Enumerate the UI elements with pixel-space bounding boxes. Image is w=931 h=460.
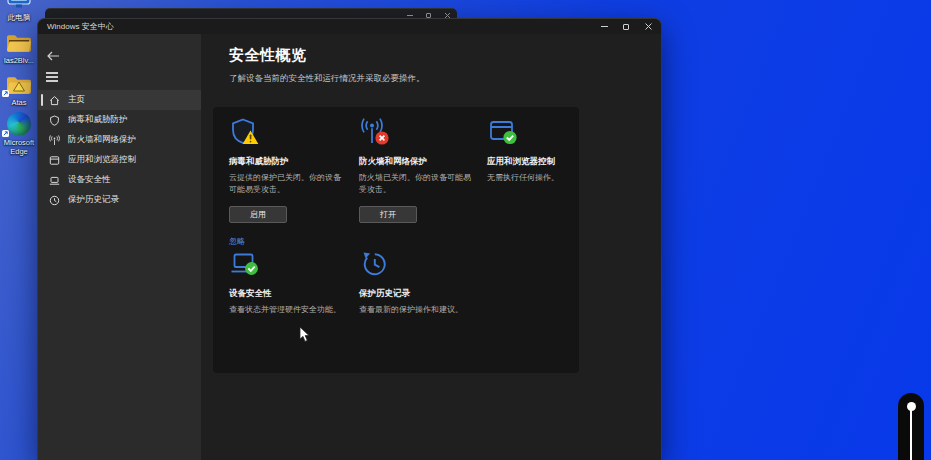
desktop-icon-edge[interactable]: Microsoft Edge bbox=[0, 112, 38, 157]
sidebar-item-app-browser-control[interactable]: 应用和浏览器控制 bbox=[38, 150, 201, 170]
desktop-icon-label: las2Blv... bbox=[0, 56, 38, 65]
page-title: 安全性概览 bbox=[229, 46, 307, 65]
edge-logo-icon bbox=[0, 112, 38, 136]
dismiss-link[interactable]: 忽略 bbox=[229, 236, 245, 247]
device-ok-icon bbox=[229, 249, 261, 279]
sidebar-item-protection-history[interactable]: 保护历史记录 bbox=[38, 190, 201, 210]
tile-description: 查看最新的保护操作和建议。 bbox=[359, 304, 471, 316]
maximize-icon[interactable] bbox=[426, 13, 431, 18]
folder-shortcut-icon bbox=[0, 74, 38, 96]
tile-title: 保护历史记录 bbox=[359, 288, 477, 300]
app-window-icon bbox=[49, 155, 60, 166]
maximize-button[interactable] bbox=[615, 19, 637, 34]
page-subtitle: 了解设备当前的安全性和运行情况并采取必要操作。 bbox=[229, 73, 425, 85]
back-icon[interactable] bbox=[46, 50, 60, 62]
main-content: 安全性概览 了解设备当前的安全性和运行情况并采取必要操作。 病毒和威胁防护 云提… bbox=[201, 34, 661, 460]
sidebar-item-device-security[interactable]: 设备安全性 bbox=[38, 170, 201, 190]
history-icon bbox=[359, 249, 391, 279]
turn-on-button[interactable]: 打开 bbox=[359, 206, 417, 223]
sidebar-item-label: 病毒和威胁防护 bbox=[68, 114, 128, 126]
tile-title: 病毒和威胁防护 bbox=[229, 156, 347, 168]
home-icon bbox=[49, 95, 60, 106]
sidebar: 主页 病毒和威胁防护 防火墙和网络保护 应用 bbox=[38, 34, 201, 460]
sidebar-item-label: 保护历史记录 bbox=[68, 194, 119, 206]
shortcut-arrow-icon bbox=[2, 90, 9, 97]
tile-description: 查看状态并管理硬件安全功能。 bbox=[229, 304, 341, 316]
hamburger-menu-icon[interactable] bbox=[46, 72, 58, 82]
tile-description: 防火墙已关闭。你的设备可能易受攻击。 bbox=[359, 172, 471, 196]
tile-description: 无需执行任何操作。 bbox=[487, 172, 599, 184]
tile-firewall-network-protection[interactable]: 防火墙和网络保护 防火墙已关闭。你的设备可能易受攻击。 打开 bbox=[359, 117, 477, 223]
tile-title: 设备安全性 bbox=[229, 288, 347, 300]
selected-indicator bbox=[41, 94, 43, 106]
folder-icon bbox=[0, 32, 38, 54]
minimize-button[interactable] bbox=[593, 19, 615, 34]
shortcut-arrow-icon bbox=[2, 130, 9, 137]
history-clock-icon bbox=[49, 195, 60, 206]
tile-device-security[interactable]: 设备安全性 查看状态并管理硬件安全功能。 bbox=[229, 249, 347, 316]
close-icon bbox=[645, 23, 652, 30]
titlebar[interactable]: Windows 安全中心 bbox=[38, 19, 661, 34]
sidebar-item-label: 设备安全性 bbox=[68, 174, 111, 186]
desktop-icon-folder-1[interactable]: las2Blv... bbox=[0, 32, 38, 65]
sidebar-item-home[interactable]: 主页 bbox=[38, 90, 201, 110]
desktop-icon-folder-atas[interactable]: Atas bbox=[0, 74, 38, 107]
desktop-icon-this-pc[interactable]: 此电脑 bbox=[0, 0, 38, 22]
shield-warning-icon bbox=[229, 117, 261, 147]
desktop-icon-label: 此电脑 bbox=[0, 13, 38, 22]
network-error-icon bbox=[359, 117, 391, 147]
mouse-cursor bbox=[299, 327, 311, 343]
minimize-icon[interactable] bbox=[407, 15, 413, 16]
tile-virus-threat-protection[interactable]: 病毒和威胁防护 云提供的保护已关闭。你的设备可能易受攻击。 启用 忽略 bbox=[229, 117, 347, 248]
this-pc-icon bbox=[0, 0, 38, 11]
desktop-icon-label: Atas bbox=[0, 98, 38, 107]
desktop-icon-label: Microsoft Edge bbox=[0, 138, 38, 157]
laptop-icon bbox=[49, 175, 60, 186]
windows-security-window: Windows 安全中心 主页 bbox=[37, 18, 662, 460]
minimize-icon bbox=[601, 26, 608, 27]
tile-protection-history[interactable]: 保护历史记录 查看最新的保护操作和建议。 bbox=[359, 249, 477, 316]
sidebar-item-label: 主页 bbox=[68, 94, 85, 106]
sidebar-nav: 主页 病毒和威胁防护 防火墙和网络保护 应用 bbox=[38, 90, 201, 210]
close-button[interactable] bbox=[637, 19, 659, 34]
enable-button[interactable]: 启用 bbox=[229, 206, 287, 223]
sidebar-item-label: 应用和浏览器控制 bbox=[68, 154, 136, 166]
shield-icon bbox=[49, 115, 60, 126]
tile-app-browser-control[interactable]: 应用和浏览器控制 无需执行任何操作。 bbox=[487, 117, 605, 184]
browser-ok-icon bbox=[487, 117, 519, 147]
sidebar-item-virus-threat-protection[interactable]: 病毒和威胁防护 bbox=[38, 110, 201, 130]
tile-title: 防火墙和网络保护 bbox=[359, 156, 477, 168]
tiles-panel: 病毒和威胁防护 云提供的保护已关闭。你的设备可能易受攻击。 启用 忽略 防火墙和… bbox=[213, 107, 579, 373]
network-signal-icon bbox=[49, 135, 60, 146]
annotation-marker bbox=[898, 393, 924, 460]
marker-line bbox=[910, 410, 913, 460]
sidebar-item-firewall-network[interactable]: 防火墙和网络保护 bbox=[38, 130, 201, 150]
tile-description: 云提供的保护已关闭。你的设备可能易受攻击。 bbox=[229, 172, 341, 196]
sidebar-item-label: 防火墙和网络保护 bbox=[68, 134, 136, 146]
maximize-icon bbox=[623, 24, 629, 30]
tile-title: 应用和浏览器控制 bbox=[487, 156, 605, 168]
window-title: Windows 安全中心 bbox=[38, 21, 114, 32]
